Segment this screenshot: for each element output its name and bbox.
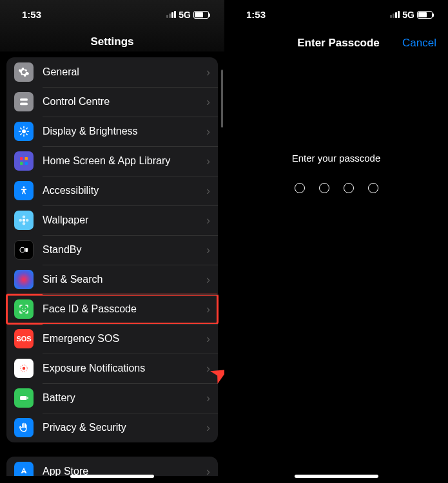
passcode-body: Enter your passcode: [224, 153, 448, 193]
battery-full-icon: [14, 388, 34, 408]
settings-row-face-id[interactable]: Face ID & Passcode ›: [6, 294, 218, 324]
row-label: Accessibility: [43, 185, 206, 196]
svg-point-13: [20, 247, 25, 252]
settings-row-standby[interactable]: StandBy ›: [6, 235, 218, 265]
settings-row-general[interactable]: General ›: [6, 57, 218, 87]
row-label: General: [43, 66, 206, 78]
settings-row-emergency-sos[interactable]: SOS Emergency SOS ›: [6, 324, 218, 354]
passcode-dot: [295, 183, 305, 193]
cancel-button[interactable]: Cancel: [402, 37, 436, 50]
chevron-right-icon: ›: [206, 465, 210, 477]
svg-rect-4: [25, 157, 28, 160]
settings-row-privacy[interactable]: Privacy & Security ›: [6, 413, 218, 442]
passcode-dot: [368, 183, 378, 193]
status-indicators: 5G: [390, 10, 433, 20]
face-id-icon: [14, 299, 34, 319]
row-label: Siri & Search: [43, 274, 206, 285]
status-time: 1:53: [22, 9, 41, 20]
svg-point-2: [22, 129, 26, 133]
gear-icon: [14, 62, 34, 82]
row-label: Control Centre: [43, 96, 206, 108]
chevron-right-icon: ›: [206, 155, 210, 168]
settings-row-control-centre[interactable]: Control Centre ›: [6, 87, 218, 117]
chevron-right-icon: ›: [206, 243, 210, 257]
home-indicator[interactable]: [70, 475, 154, 478]
chevron-right-icon: ›: [206, 66, 210, 79]
chevron-right-icon: ›: [206, 184, 210, 198]
svg-rect-1: [20, 103, 28, 106]
settings-row-display[interactable]: Display & Brightness ›: [6, 117, 218, 146]
grid-icon: [14, 151, 34, 171]
settings-row-siri[interactable]: Siri & Search ›: [6, 265, 218, 294]
settings-group-store: App Store › Wallet ›: [6, 457, 218, 476]
settings-group-main: General › Control Centre › Display & Bri…: [6, 57, 218, 442]
row-label: Face ID & Passcode: [43, 303, 206, 315]
accessibility-icon: [14, 181, 34, 200]
passcode-dot: [319, 183, 329, 193]
passcode-dot: [344, 183, 354, 193]
chevron-right-icon: ›: [206, 214, 210, 227]
hand-icon: [14, 418, 34, 437]
chevron-right-icon: ›: [206, 392, 210, 405]
svg-point-8: [23, 219, 26, 222]
status-bar: 1:53 5G: [224, 0, 448, 24]
signal-icon: [390, 11, 400, 18]
svg-point-12: [26, 219, 29, 222]
page-title: Settings: [0, 24, 224, 57]
row-label: Exposure Notifications: [43, 363, 206, 374]
row-label: Home Screen & App Library: [43, 155, 206, 167]
svg-rect-20: [27, 397, 28, 399]
chevron-right-icon: ›: [206, 95, 210, 109]
settings-row-battery[interactable]: Battery ›: [6, 383, 218, 413]
chevron-right-icon: ›: [206, 273, 210, 287]
chevron-right-icon: ›: [206, 125, 210, 138]
svg-point-15: [22, 308, 23, 309]
network-label: 5G: [179, 10, 191, 20]
app-store-icon: [14, 462, 34, 476]
passcode-prompt: Enter your passcode: [224, 153, 448, 164]
row-label: StandBy: [43, 244, 206, 256]
svg-point-11: [19, 219, 23, 222]
passcode-header: Enter Passcode Cancel: [224, 24, 448, 62]
svg-point-17: [23, 367, 26, 370]
settings-row-accessibility[interactable]: Accessibility ›: [6, 176, 218, 205]
chevron-right-icon: ›: [206, 421, 210, 435]
settings-list[interactable]: General › Control Centre › Display & Bri…: [0, 57, 224, 476]
chevron-right-icon: ›: [206, 332, 210, 346]
exposure-icon: [14, 359, 34, 378]
sos-icon: SOS: [14, 329, 34, 348]
svg-point-10: [23, 222, 26, 225]
sun-icon: [14, 122, 34, 141]
svg-rect-19: [20, 396, 27, 400]
settings-row-home-screen[interactable]: Home Screen & App Library ›: [6, 146, 218, 176]
signal-icon: [166, 11, 176, 18]
svg-rect-0: [20, 99, 28, 101]
svg-rect-6: [25, 162, 28, 166]
settings-row-exposure[interactable]: Exposure Notifications ›: [6, 354, 218, 383]
row-label: Emergency SOS: [43, 333, 206, 345]
chevron-right-icon: ›: [206, 362, 210, 375]
chevron-right-icon: ›: [206, 303, 210, 316]
svg-point-16: [25, 308, 26, 309]
settings-row-wallpaper[interactable]: Wallpaper ›: [6, 205, 218, 235]
clock-icon: [14, 240, 34, 260]
passcode-screen: 1:53 5G Enter Passcode Cancel Enter your…: [224, 0, 448, 483]
svg-rect-5: [20, 162, 23, 166]
svg-point-7: [23, 186, 25, 188]
battery-icon: [193, 11, 209, 19]
battery-icon: [417, 11, 433, 19]
svg-rect-14: [25, 248, 28, 252]
home-indicator[interactable]: [295, 475, 378, 478]
row-label: Display & Brightness: [43, 126, 206, 137]
settings-row-app-store[interactable]: App Store ›: [6, 457, 218, 476]
passcode-title: Enter Passcode: [297, 37, 380, 50]
status-time: 1:53: [246, 9, 266, 20]
settings-screen: 1:53 5G Settings General › Control Centr…: [0, 0, 224, 483]
row-label: Wallpaper: [43, 214, 206, 226]
flower-icon: [14, 211, 34, 230]
svg-point-9: [23, 216, 26, 219]
siri-icon: [14, 270, 34, 289]
row-label: Privacy & Security: [43, 422, 206, 433]
status-bar: 1:53 5G: [0, 0, 224, 24]
network-label: 5G: [402, 10, 414, 20]
